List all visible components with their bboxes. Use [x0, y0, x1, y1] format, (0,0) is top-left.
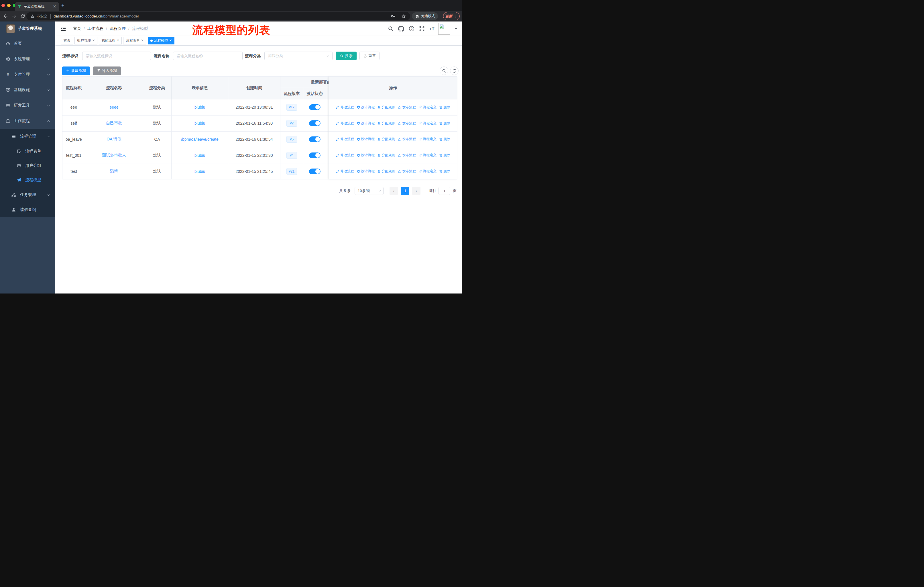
tag-process-model[interactable]: 流程模型 ✕	[148, 37, 175, 45]
delete-link[interactable]: 删除	[439, 169, 450, 174]
process-key-input[interactable]	[82, 51, 151, 60]
form-info-link[interactable]: /bpm/oa/leave/create	[181, 137, 219, 142]
user-avatar[interactable]	[438, 23, 450, 35]
sidebar-item-process-management[interactable]: 流程管理	[0, 129, 55, 144]
version-badge[interactable]: v21	[286, 168, 297, 175]
process-definition-link[interactable]: 流程定义	[419, 105, 437, 110]
active-toggle[interactable]	[309, 169, 320, 174]
modify-process-link[interactable]: 修改流程	[336, 105, 354, 110]
bookmark-star-icon[interactable]	[401, 14, 406, 19]
reset-button[interactable]: 重置	[360, 51, 380, 60]
sidebar-item-user-group[interactable]: 用户分组	[0, 159, 55, 173]
modify-process-link[interactable]: 修改流程	[336, 169, 354, 174]
process-name-link[interactable]: eeee	[109, 105, 118, 109]
sidebar-item-payment[interactable]: 支付管理	[0, 67, 55, 82]
active-toggle[interactable]	[309, 136, 320, 142]
process-category-select[interactable]: 流程分类	[264, 51, 333, 60]
form-info-link[interactable]: biubiu	[195, 169, 205, 174]
process-definition-link[interactable]: 流程定义	[419, 121, 437, 126]
publish-process-link[interactable]: 发布流程	[398, 121, 416, 126]
sidebar-item-leave-query[interactable]: 请假查询	[0, 203, 55, 217]
chrome-update-button[interactable]: 更新	[443, 12, 460, 20]
modify-process-link[interactable]: 修改流程	[336, 137, 354, 142]
toggle-search-button[interactable]	[440, 66, 448, 75]
search-button[interactable]: 搜索	[336, 51, 356, 60]
publish-process-link[interactable]: 发布流程	[398, 137, 416, 142]
design-process-link[interactable]: 设计流程	[356, 153, 375, 158]
avatar-caret-down-icon[interactable]	[454, 28, 458, 30]
help-icon[interactable]	[408, 25, 415, 32]
tag-my-process[interactable]: 我的流程 ✕	[99, 37, 122, 45]
version-badge[interactable]: v17	[286, 104, 297, 111]
form-info-link[interactable]: biubiu	[195, 153, 205, 158]
new-tab-button[interactable]: +	[61, 3, 64, 8]
sidebar-item-workflow[interactable]: 工作流程	[0, 113, 55, 129]
breadcrumb-home[interactable]: 首页	[73, 26, 81, 31]
assign-rule-link[interactable]: 分配规则	[377, 121, 395, 126]
mac-minimize-button[interactable]	[7, 4, 11, 7]
tag-process-form[interactable]: 流程表单 ✕	[123, 37, 146, 45]
header-search-icon[interactable]	[388, 25, 394, 32]
active-toggle[interactable]	[309, 121, 320, 126]
process-name-link[interactable]: OA 请假	[107, 137, 121, 142]
delete-link[interactable]: 删除	[439, 105, 450, 110]
tab-close-icon[interactable]: ✕	[53, 4, 57, 8]
tag-close-icon[interactable]: ✕	[169, 39, 172, 42]
version-badge[interactable]: v2	[286, 120, 297, 127]
process-name-link[interactable]: 滔博	[110, 169, 118, 174]
forward-icon[interactable]	[12, 13, 17, 19]
prev-page-button[interactable]: ‹	[389, 187, 398, 195]
form-info-link[interactable]: biubiu	[195, 105, 205, 109]
breadcrumb-process-management[interactable]: 流程管理	[110, 26, 126, 31]
delete-link[interactable]: 删除	[439, 137, 450, 142]
design-process-link[interactable]: 设计流程	[356, 105, 375, 110]
github-icon[interactable]	[398, 26, 404, 32]
current-page-button[interactable]: 1	[401, 187, 409, 195]
tag-close-icon[interactable]: ✕	[141, 39, 144, 42]
process-name-input[interactable]	[173, 51, 243, 60]
form-info-link[interactable]: biubiu	[195, 121, 205, 126]
fullscreen-icon[interactable]	[419, 25, 425, 32]
create-process-button[interactable]: 新建流程	[62, 66, 90, 75]
sidebar-item-system[interactable]: 系统管理	[0, 51, 55, 67]
active-toggle[interactable]	[309, 104, 320, 110]
version-badge[interactable]: v4	[286, 152, 297, 159]
process-name-link[interactable]: 测试多审批人	[102, 153, 126, 158]
process-definition-link[interactable]: 流程定义	[419, 137, 437, 142]
tag-home[interactable]: 首页	[61, 37, 73, 45]
address-bar[interactable]: 不安全 dashboard.yudao.iocoder.cn/bpm/manag…	[26, 12, 410, 20]
sidebar-item-home[interactable]: 首页	[0, 36, 55, 51]
assign-rule-link[interactable]: 分配规则	[377, 105, 395, 110]
back-icon[interactable]	[3, 13, 8, 19]
page-size-select[interactable]: 10条/页	[355, 187, 383, 195]
design-process-link[interactable]: 设计流程	[356, 169, 375, 174]
tag-close-icon[interactable]: ✕	[117, 39, 119, 42]
process-name-link[interactable]: 自己审批	[106, 121, 122, 126]
kebab-menu-icon[interactable]	[454, 14, 458, 18]
sidebar-item-devtools[interactable]: 研发工具	[0, 98, 55, 113]
breadcrumb-workflow[interactable]: 工作流程	[87, 26, 103, 31]
browser-tab[interactable]: 芋道管理系统 ✕	[15, 2, 59, 11]
goto-page-input[interactable]	[439, 187, 450, 195]
import-process-button[interactable]: 导入流程	[93, 66, 121, 75]
design-process-link[interactable]: 设计流程	[356, 137, 375, 142]
sidebar-item-process-form[interactable]: 流程表单	[0, 144, 55, 159]
mac-close-button[interactable]	[2, 4, 5, 7]
modify-process-link[interactable]: 修改流程	[336, 153, 354, 158]
tag-tenant[interactable]: 租户管理 ✕	[74, 37, 97, 45]
sidebar-item-process-model[interactable]: 流程模型	[0, 173, 55, 187]
publish-process-link[interactable]: 发布流程	[398, 169, 416, 174]
font-size-icon[interactable]	[429, 25, 436, 32]
reload-icon[interactable]	[20, 13, 25, 19]
sidebar-toggle-icon[interactable]	[60, 26, 66, 31]
delete-link[interactable]: 删除	[439, 121, 450, 126]
assign-rule-link[interactable]: 分配规则	[377, 153, 395, 158]
sidebar-item-task-management[interactable]: 任务管理	[0, 187, 55, 203]
assign-rule-link[interactable]: 分配规则	[377, 137, 395, 142]
app-logo-row[interactable]: 芋道管理系统	[0, 21, 55, 36]
version-badge[interactable]: v5	[286, 136, 297, 143]
assign-rule-link[interactable]: 分配规则	[377, 169, 395, 174]
process-definition-link[interactable]: 流程定义	[419, 169, 437, 174]
refresh-table-button[interactable]	[450, 66, 459, 75]
publish-process-link[interactable]: 发布流程	[398, 153, 416, 158]
